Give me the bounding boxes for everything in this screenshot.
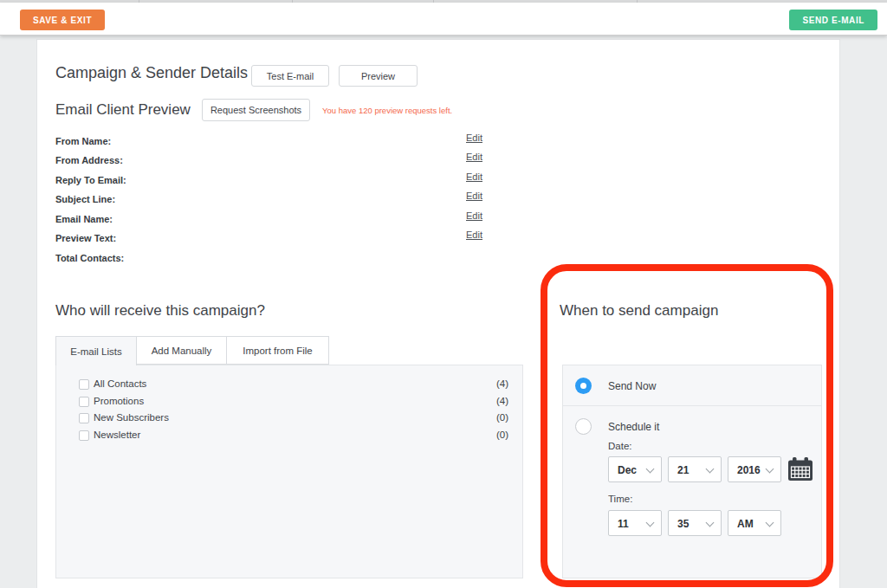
recipients-title: Who will receive this campaign? bbox=[55, 302, 265, 320]
send-email-button[interactable]: SEND E-MAIL bbox=[789, 10, 877, 30]
save-exit-button[interactable]: SAVE & EXIT bbox=[20, 10, 105, 30]
minute-select[interactable]: 35 bbox=[668, 510, 722, 536]
checkbox-new-subscribers[interactable] bbox=[79, 413, 89, 423]
main-card: Campaign & Sender Details Test E-mail Pr… bbox=[36, 39, 840, 588]
preview-button[interactable]: Preview bbox=[339, 65, 418, 87]
chevron-down-icon bbox=[646, 465, 655, 474]
list-count: (0) bbox=[496, 412, 508, 423]
day-value: 21 bbox=[677, 464, 689, 476]
list-count: (4) bbox=[496, 396, 508, 406]
chevron-down-icon bbox=[766, 465, 774, 474]
email-client-preview-title: Email Client Preview bbox=[55, 101, 191, 119]
detail-row: Email Name: Edit bbox=[55, 210, 506, 229]
edit-link[interactable]: Edit bbox=[466, 132, 482, 143]
detail-row: From Address: Edit bbox=[55, 152, 506, 171]
detail-row: Total Contacts: bbox=[55, 249, 506, 268]
send-now-label: Send Now bbox=[608, 380, 656, 392]
hour-select[interactable]: 11 bbox=[608, 510, 662, 536]
detail-row: From Name: Edit bbox=[55, 132, 506, 152]
detail-row: Preview Text: Edit bbox=[55, 229, 506, 249]
tab-add-manually[interactable]: Add Manually bbox=[136, 336, 227, 365]
campaign-details-title: Campaign & Sender Details bbox=[55, 64, 248, 82]
date-label: Date: bbox=[608, 441, 632, 451]
month-value: Dec bbox=[618, 464, 637, 476]
month-select[interactable]: Dec bbox=[608, 456, 662, 482]
list-name: Newsletter bbox=[94, 430, 140, 440]
field-label: Total Contacts: bbox=[55, 253, 124, 263]
schedule-panel: Send Now Schedule it Date: Dec 21 2016 bbox=[562, 365, 822, 578]
recipient-tabs: E-mail Lists Add Manually Import from Fi… bbox=[55, 336, 329, 365]
list-item: Promotions (4) bbox=[56, 395, 522, 411]
time-label: Time: bbox=[608, 494, 632, 504]
field-label: Preview Text: bbox=[55, 233, 116, 243]
tab-import-from-file[interactable]: Import from File bbox=[226, 336, 329, 365]
schedule-it-label: Schedule it bbox=[608, 421, 659, 433]
checkbox-newsletter[interactable] bbox=[79, 430, 89, 441]
edit-link[interactable]: Edit bbox=[466, 152, 482, 162]
send-now-row: Send Now bbox=[563, 365, 821, 406]
edit-link[interactable]: Edit bbox=[466, 210, 482, 221]
list-item: New Subscribers (0) bbox=[56, 411, 522, 428]
checkbox-all-contacts[interactable] bbox=[79, 379, 89, 390]
toolbar: SAVE & EXIT SEND E-MAIL bbox=[0, 3, 887, 36]
send-now-radio[interactable] bbox=[575, 378, 592, 394]
meridiem-value: AM bbox=[737, 518, 754, 530]
field-label: Email Name: bbox=[55, 214, 113, 224]
list-name: All Contacts bbox=[94, 378, 146, 389]
test-email-button[interactable]: Test E-mail bbox=[251, 65, 329, 87]
meridiem-select[interactable]: AM bbox=[728, 510, 781, 536]
schedule-it-radio[interactable] bbox=[575, 418, 592, 435]
preview-requests-note: You have 120 preview requests left. bbox=[322, 106, 452, 115]
list-name: Promotions bbox=[94, 396, 144, 406]
year-value: 2016 bbox=[737, 464, 761, 476]
field-label: From Address: bbox=[55, 155, 123, 165]
edit-link[interactable]: Edit bbox=[466, 229, 482, 240]
request-screenshots-button[interactable]: Request Screenshots bbox=[202, 99, 310, 121]
list-name: New Subscribers bbox=[94, 412, 169, 423]
day-select[interactable]: 21 bbox=[668, 456, 722, 482]
detail-row: Subject Line: Edit bbox=[55, 191, 506, 210]
edit-link[interactable]: Edit bbox=[466, 191, 482, 201]
field-label: From Name: bbox=[55, 136, 111, 146]
tab-email-lists[interactable]: E-mail Lists bbox=[55, 336, 137, 365]
field-label: Subject Line: bbox=[55, 194, 115, 204]
chevron-down-icon bbox=[646, 519, 655, 527]
chevron-down-icon bbox=[706, 519, 715, 527]
hour-value: 11 bbox=[618, 518, 629, 530]
detail-row: Reply To Email: Edit bbox=[55, 171, 506, 191]
year-select[interactable]: 2016 bbox=[728, 456, 781, 482]
minute-value: 35 bbox=[677, 518, 689, 530]
email-lists-panel: All Contacts (4) Promotions (4) New Subs… bbox=[55, 365, 523, 578]
list-item: Newsletter (0) bbox=[56, 429, 522, 445]
field-label: Reply To Email: bbox=[55, 175, 126, 185]
calendar-icon[interactable] bbox=[787, 457, 813, 481]
list-item: All Contacts (4) bbox=[56, 378, 522, 394]
list-count: (0) bbox=[496, 430, 508, 440]
chevron-down-icon bbox=[706, 465, 715, 474]
edit-link[interactable]: Edit bbox=[466, 171, 482, 182]
list-count: (4) bbox=[496, 378, 508, 389]
page: SAVE & EXIT SEND E-MAIL Campaign & Sende… bbox=[0, 0, 887, 588]
chevron-down-icon bbox=[766, 519, 774, 527]
checkbox-promotions[interactable] bbox=[79, 397, 89, 407]
schedule-title: When to send campaign bbox=[560, 302, 718, 320]
